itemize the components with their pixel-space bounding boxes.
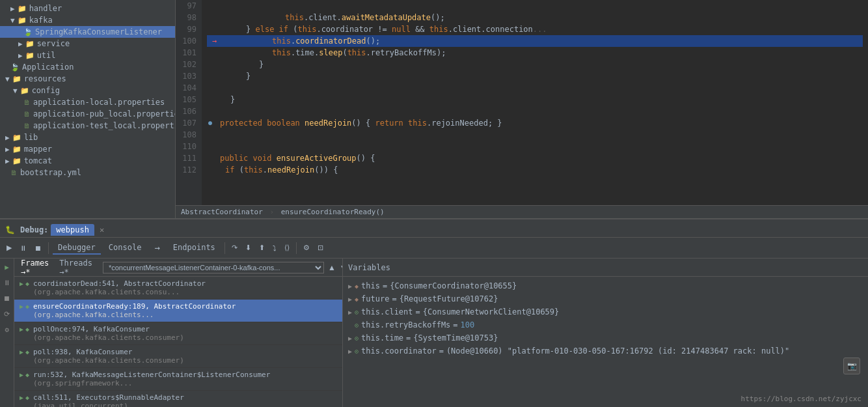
var-val-this-time: {SystemTime@10753}: [413, 333, 498, 343]
frame-run-icon-3: ▶: [20, 348, 23, 356]
var-item-this-coordinator[interactable]: ▶ ⊙ this.coordinator = (Node@10660) "pla…: [343, 344, 868, 358]
var-icon-this-coordinator: ⊙: [355, 348, 359, 355]
frame-item-poll-once[interactable]: ▶ ◆ pollOnce:974, KafkaConsumer (org.apa…: [14, 322, 342, 345]
toolbar-stop-btn[interactable]: ⏹: [32, 243, 44, 253]
left-icon-restart[interactable]: ⟳: [1, 308, 13, 320]
tree-item-app-test[interactable]: 🗎 application-test_local.properties: [0, 120, 175, 132]
toolbar-layout-btn[interactable]: ⊡: [315, 242, 326, 253]
debug-close-btn[interactable]: ✕: [100, 225, 104, 234]
var-eq-this: =: [383, 281, 387, 290]
tree-label-bootstrap: bootstrap.yml: [20, 168, 81, 177]
tree-item-mapper[interactable]: ▶ 📁 mapper: [0, 143, 175, 155]
footer-url: https://blog.csdn.net/zyjcxc: [741, 394, 861, 403]
frame-item-ensure-coordinator[interactable]: ▶ ◆ ensureCoordinatorReady:189, Abstract…: [14, 300, 342, 322]
tree-item-lib[interactable]: ▶ 📁 lib: [0, 132, 175, 143]
tab-console[interactable]: Console: [103, 242, 147, 255]
debug-tab-bar: 🐛 Debug: webpush ✕: [0, 219, 868, 238]
tree-item-app-local[interactable]: 🗎 application-local.properties: [0, 96, 175, 108]
thread-select[interactable]: *concurrentMessageListenerContainer-0-ka…: [103, 262, 324, 274]
code-line-105: }: [207, 94, 863, 105]
thread-down-btn[interactable]: ▼: [338, 263, 343, 272]
var-val-this-client: {ConsumerNetworkClient@10659}: [423, 307, 560, 316]
var-expand-future[interactable]: ▶: [348, 296, 352, 303]
var-item-this[interactable]: ▶ ◆ this = {ConsumerCoordinator@10655}: [343, 279, 868, 292]
debug-icon: 🐛: [5, 225, 15, 234]
var-item-this-client[interactable]: ▶ ⊙ this.client = {ConsumerNetworkClient…: [343, 305, 868, 318]
tree-item-config[interactable]: ▼ 📁 config: [0, 85, 175, 96]
toolbar-sep-1: [48, 242, 49, 254]
var-eq-this-time: =: [406, 333, 411, 343]
var-icon-retry: ⊙: [355, 322, 359, 329]
tab-arrow[interactable]: →: [149, 241, 165, 255]
props-icon-pub: 🗎: [23, 110, 31, 119]
toolbar-eval-btn[interactable]: ⟨⟩: [282, 242, 292, 253]
tree-label-lib: lib: [24, 133, 38, 142]
toolbar-step-into-btn[interactable]: ⬇: [243, 242, 254, 253]
folder-icon-mapper: 📁: [12, 145, 21, 154]
folder-icon-lib: 📁: [12, 133, 21, 142]
code-line-103: }: [207, 70, 863, 82]
variables-panel: Variables ▶ ◆ this = {ConsumerCoordinato…: [343, 259, 868, 407]
tree-item-tomcat[interactable]: ▶ 📁 tomcat: [0, 155, 175, 167]
breadcrumb: AbstractCoordinator › ensureCoordinatorR…: [176, 205, 868, 218]
frame-item-run[interactable]: ▶ ◆ run:532, KafkaMessageListenerContain…: [14, 368, 342, 391]
frame-icons-0: ▶ ◆: [20, 280, 29, 287]
var-expand-this-client[interactable]: ▶: [348, 309, 352, 316]
left-icon-pause[interactable]: ⏸: [1, 277, 13, 288]
tree-item-application[interactable]: 🍃 Application: [0, 61, 175, 73]
tree-item-app-pub[interactable]: 🗎 application-pub_local.properties: [0, 108, 175, 120]
var-expand-this[interactable]: ▶: [348, 283, 352, 290]
tree-item-resources[interactable]: ▼ 📁 resources: [0, 73, 175, 85]
frame-item-poll[interactable]: ▶ ◆ poll:938, KafkaConsumer (org.apache.…: [14, 345, 342, 368]
tree-item-kafka[interactable]: ▼ 📁 kafka: [0, 14, 175, 26]
code-line-98: this.client.awaitMetadataUpdate();: [207, 12, 863, 23]
tab-debugger[interactable]: Debugger: [53, 242, 101, 255]
tree-label-util: util: [37, 51, 56, 60]
var-item-this-time[interactable]: ▶ ⊙ this.time = {SystemTime@10753}: [343, 331, 868, 344]
tree-label-app-local: application-local.properties: [33, 98, 165, 107]
var-expand-this-coordinator[interactable]: ▶: [348, 348, 352, 355]
code-content[interactable]: this.client.awaitMetadataUpdate(); } els…: [202, 0, 868, 205]
tree-item-util[interactable]: ▶ 📁 util: [0, 49, 175, 61]
frame-run-icon-0: ▶: [20, 280, 23, 287]
var-icon-this-client: ⊙: [355, 309, 359, 316]
left-icon-resume[interactable]: ▶: [1, 261, 13, 273]
expand-icon-handler: ▶: [10, 5, 15, 13]
tree-item-bootstrap[interactable]: 🗎 bootstrap.yml: [0, 167, 175, 178]
frame-item-call[interactable]: ▶ ◆ call:511, Executors$RunnableAdapter …: [14, 391, 342, 407]
toolbar-step-out-btn[interactable]: ⬆: [256, 242, 267, 253]
thread-up-btn[interactable]: ▲: [327, 263, 337, 272]
tree-item-service[interactable]: ▶ 📁 service: [0, 38, 175, 49]
expand-icon-service: ▶: [18, 40, 23, 48]
breadcrumb-part1: AbstractCoordinator: [181, 208, 263, 216]
frame-run-icon-1: ▶: [20, 303, 23, 310]
top-section: ▶ 📁 handler ▼ 📁 kafka 🍃 SpringKafkaConsu…: [0, 0, 868, 218]
toolbar-run-cursor-btn[interactable]: ⤵: [270, 243, 279, 253]
toolbar-sep-2: [224, 242, 225, 254]
tree-label-handler: handler: [29, 4, 62, 13]
screenshot-btn[interactable]: 📷: [843, 358, 860, 374]
left-icon-settings[interactable]: ⚙: [1, 324, 13, 335]
threads-tab[interactable]: Threads →*: [57, 259, 95, 278]
frames-tab[interactable]: Frames →*: [18, 259, 51, 278]
left-icon-stop[interactable]: ⏹: [1, 292, 13, 304]
toolbar-settings-btn[interactable]: ⚙: [301, 242, 312, 253]
var-expand-this-time[interactable]: ▶: [348, 335, 352, 342]
folder-icon-tomcat: 📁: [12, 157, 21, 165]
toolbar-resume-btn[interactable]: ▶: [4, 242, 14, 253]
debug-session-tab[interactable]: webpush: [51, 224, 94, 236]
tab-endpoints[interactable]: Endpoints: [168, 242, 221, 255]
line-numbers: 97 98 99 100 101 102 103 104 105 106 107…: [176, 0, 202, 205]
variables-title: Variables: [348, 263, 390, 272]
thread-arrows: ▲ ▼: [327, 263, 343, 272]
tree-item-spring-kafka[interactable]: 🍃 SpringKafkaConsumerListener: [0, 26, 175, 38]
frame-field-icon-3: ◆: [25, 348, 29, 356]
toolbar-pause-btn[interactable]: ⏸: [17, 243, 29, 253]
frame-item-coordinator-dead[interactable]: ▶ ◆ coordinatorDead:541, AbstractCoordin…: [14, 277, 342, 300]
var-item-future[interactable]: ▶ ◆ future = {RequestFuture@10762}: [343, 292, 868, 305]
var-item-retry-backoff[interactable]: ▶ ⊙ this.retryBackoffMs = 100: [343, 318, 868, 331]
code-editor: 97 98 99 100 101 102 103 104 105 106 107…: [176, 0, 868, 218]
code-line-108: [207, 129, 863, 141]
toolbar-step-over-btn[interactable]: ↷: [229, 242, 240, 253]
tree-item-handler[interactable]: ▶ 📁 handler: [0, 3, 175, 14]
